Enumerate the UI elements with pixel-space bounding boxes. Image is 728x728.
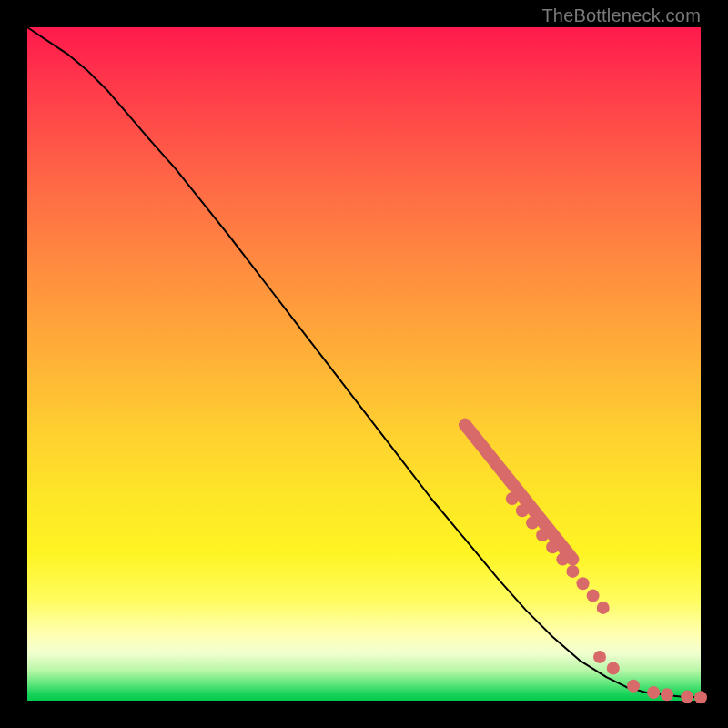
highlight-dot	[556, 553, 569, 566]
watermark-text: TheBottleneck.com	[541, 5, 701, 26]
highlight-dot	[597, 602, 610, 614]
highlight-dot	[593, 651, 606, 663]
highlight-dot	[526, 517, 539, 530]
highlight-dot	[587, 590, 600, 602]
highlight-dot	[681, 691, 693, 703]
highlight-dot	[516, 504, 529, 517]
highlight-dots-mid	[506, 492, 610, 614]
highlight-dot	[577, 577, 590, 590]
highlight-dot	[661, 688, 673, 701]
chart-stage: TheBottleneck.com	[0, 0, 728, 728]
highlight-dot	[627, 680, 640, 693]
highlight-dot	[566, 565, 579, 578]
highlight-dots-lower	[593, 651, 707, 703]
highlight-dot	[694, 691, 707, 703]
plot-area	[27, 27, 701, 701]
highlight-dot	[546, 541, 559, 553]
highlight-dot	[506, 492, 519, 505]
chart-overlay	[27, 27, 701, 701]
highlight-dot	[536, 529, 549, 541]
highlight-dot	[607, 662, 620, 675]
main-curve	[27, 27, 701, 697]
highlight-dot	[647, 686, 660, 699]
highlight-segment	[465, 425, 572, 560]
